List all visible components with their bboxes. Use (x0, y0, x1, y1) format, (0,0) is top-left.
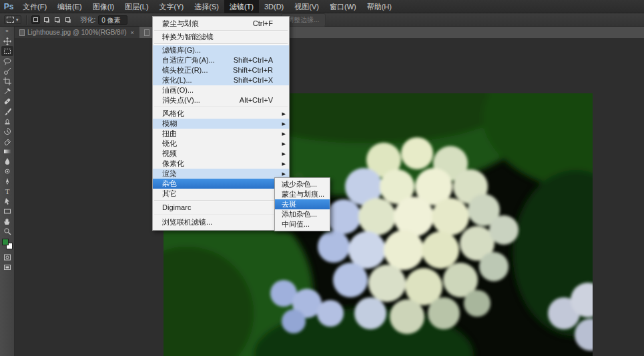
options-bar: ▾ 羽化: 0 像素 调整边缘... (0, 13, 644, 27)
type-tool-glyph: T (5, 187, 9, 195)
menu-item-render[interactable]: 渲染 ▶ (153, 169, 289, 179)
filter-menu: 蒙尘与划痕 Ctrl+F 转换为智能滤镜 滤镜库(G)... 自适应广角(A).… (152, 16, 290, 231)
new-selection-button[interactable] (31, 15, 40, 24)
quick-selection-tool[interactable] (1, 66, 13, 76)
menu-item-convert-smart-filter[interactable]: 转换为智能滤镜 (153, 32, 289, 42)
menu-bar: Ps 文件(F) 编辑(E) 图像(I) 图层(L) 文字(Y) 选择(S) 滤… (0, 0, 644, 13)
move-tool[interactable] (1, 36, 13, 46)
menu-item-lens-correction[interactable]: 镜头校正(R)... Shift+Ctrl+R (153, 65, 289, 75)
menu-item-blur[interactable]: 模糊 ▶ (153, 119, 289, 129)
menu-separator (154, 200, 288, 201)
menubar-item-image[interactable]: 图像(I) (87, 0, 119, 13)
rectangular-marquee-tool[interactable] (1, 46, 13, 56)
quick-mask-button[interactable] (1, 252, 13, 262)
menubar-item-edit[interactable]: 编辑(E) (52, 0, 87, 13)
blur-tool[interactable] (1, 156, 13, 166)
brush-tool[interactable] (1, 106, 13, 116)
submenu-arrow-icon: ▶ (282, 129, 286, 139)
menubar-item-window[interactable]: 窗口(W) (324, 0, 362, 13)
menu-separator (154, 30, 288, 31)
menu-separator (154, 43, 288, 44)
menubar-item-file[interactable]: 文件(F) (17, 0, 52, 13)
zoom-tool[interactable] (1, 226, 13, 236)
close-icon[interactable]: × (131, 29, 134, 36)
menubar-item-view[interactable]: 视图(V) (289, 0, 324, 13)
menubar-item-type[interactable]: 文字(Y) (154, 0, 190, 13)
menu-item-digimarc[interactable]: Digimarc ▶ (153, 202, 289, 213)
submenu-item-reduce-noise[interactable]: 减少杂色... (275, 179, 330, 189)
menubar-item-select[interactable]: 选择(S) (189, 0, 224, 13)
feather-input[interactable]: 0 像素 (98, 15, 127, 25)
intersect-selection-button[interactable] (63, 15, 72, 24)
tab-lighthouse[interactable]: Lighthouse.jpg @ 100%(RGB/8#) × (15, 27, 139, 38)
submenu-arrow-icon: ▶ (282, 159, 286, 169)
submenu-arrow-icon: ▶ (282, 149, 286, 159)
menu-item-stylize[interactable]: 风格化 ▶ (153, 109, 289, 119)
menu-item-pixelate[interactable]: 像素化 ▶ (153, 159, 289, 169)
eyedropper-tool[interactable] (1, 86, 13, 96)
submenu-item-despeckle[interactable]: 去斑 (275, 199, 330, 209)
menu-item-noise[interactable]: 杂色 ▶ (153, 179, 289, 189)
menu-item-browse-filters-online[interactable]: 浏览联机滤镜... (153, 217, 289, 228)
menu-separator (154, 215, 288, 215)
ps-logo-icon: Ps (0, 2, 17, 11)
menubar-item-filter[interactable]: 滤镜(T) (224, 0, 259, 13)
menu-separator (154, 107, 288, 107)
pen-tool[interactable] (1, 176, 13, 186)
menu-item-adaptive-wide-angle[interactable]: 自适应广角(A)... Shift+Ctrl+A (153, 55, 289, 65)
lasso-tool[interactable] (1, 56, 13, 66)
tools-panel: » (0, 27, 15, 356)
submenu-arrow-icon: ▶ (282, 109, 286, 119)
foreground-color-swatch[interactable] (2, 239, 9, 245)
menubar-item-3d[interactable]: 3D(D) (259, 0, 289, 13)
document-tab-bar: Lighthouse.jpg @ 100%(RGB/8#) × Hydrange… (15, 27, 644, 38)
noise-submenu: 减少杂色... 蒙尘与划痕... 去斑 添加杂色... 中间值... (274, 177, 330, 231)
submenu-arrow-icon: ▶ (282, 139, 286, 149)
menu-item-filter-gallery[interactable]: 滤镜库(G)... (153, 45, 289, 55)
hand-tool[interactable] (1, 216, 13, 226)
feather-label: 羽化: (81, 15, 96, 25)
tab-title: Lighthouse.jpg @ 100%(RGB/8#) (27, 29, 127, 36)
submenu-item-dust-and-scratches[interactable]: 蒙尘与划痕... (275, 189, 330, 199)
eraser-tool[interactable] (1, 136, 13, 146)
menu-item-vanishing-point[interactable]: 消失点(V)... Alt+Ctrl+V (153, 95, 289, 105)
menu-item-last-filter[interactable]: 蒙尘与划痕 Ctrl+F (153, 19, 289, 29)
submenu-item-add-noise[interactable]: 添加杂色... (275, 209, 330, 219)
menubar-item-help[interactable]: 帮助(H) (362, 0, 397, 13)
tool-preset-picker[interactable]: ▾ (4, 15, 21, 24)
color-swatches[interactable] (2, 239, 13, 249)
chevron-down-icon: ▾ (16, 17, 19, 23)
history-brush-tool[interactable] (1, 126, 13, 136)
dodge-tool[interactable] (1, 166, 13, 176)
photoshop-window: Ps 文件(F) 编辑(E) 图像(I) 图层(L) 文字(Y) 选择(S) 滤… (0, 0, 644, 356)
menu-item-liquify[interactable]: 液化(L)... Shift+Ctrl+X (153, 75, 289, 85)
type-tool[interactable]: T (1, 186, 13, 196)
menu-item-other[interactable]: 其它 ▶ (153, 189, 289, 199)
path-selection-tool[interactable] (1, 196, 13, 206)
menu-item-distort[interactable]: 扭曲 ▶ (153, 129, 289, 139)
screen-mode-button[interactable] (1, 262, 13, 272)
submenu-arrow-icon: ▶ (282, 119, 286, 129)
divider (26, 15, 27, 25)
menu-item-video[interactable]: 视频 ▶ (153, 149, 289, 159)
clone-stamp-tool[interactable] (1, 116, 13, 126)
document-icon (19, 29, 25, 36)
menu-item-sharpen[interactable]: 锐化 ▶ (153, 139, 289, 149)
add-to-selection-button[interactable] (42, 15, 51, 24)
menu-item-oil-paint[interactable]: 油画(O)... (153, 85, 289, 95)
crop-tool[interactable] (1, 76, 13, 86)
expand-panel-icon[interactable]: » (5, 28, 8, 35)
menubar-item-layer[interactable]: 图层(L) (119, 0, 153, 13)
document-icon (144, 29, 149, 36)
submenu-item-median[interactable]: 中间值... (275, 219, 330, 229)
shape-tool[interactable] (1, 206, 13, 216)
marquee-tool-icon (7, 17, 14, 23)
subtract-from-selection-button[interactable] (53, 15, 61, 24)
gradient-tool[interactable] (1, 146, 13, 156)
spot-healing-brush-tool[interactable] (1, 96, 13, 106)
